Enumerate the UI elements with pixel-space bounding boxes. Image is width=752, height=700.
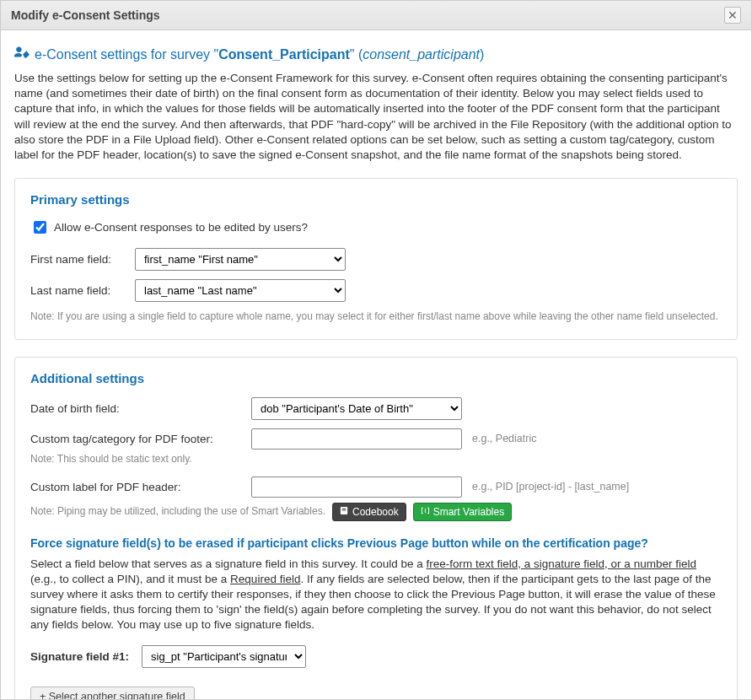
heading-close-paren: ) (480, 47, 484, 62)
force-sig-underline-b: Required field (230, 573, 300, 585)
codebook-label: Codebook (352, 506, 399, 518)
close-button[interactable]: ✕ (724, 7, 741, 24)
primary-settings-panel: Primary settings Allow e-Consent respons… (14, 178, 738, 340)
page-heading: e-Consent settings for survey "Consent_P… (14, 46, 738, 62)
force-sig-text-a: Select a field below that serves as a si… (30, 557, 427, 570)
last-name-select[interactable]: last_name "Last name" (135, 279, 346, 302)
add-signature-button[interactable]: + Select another signature field (30, 687, 195, 699)
allow-edit-row: Allow e-Consent responses to be edited b… (30, 218, 722, 236)
survey-name: Consent_Participant (218, 47, 350, 62)
heading-suffix: " ( (350, 47, 363, 62)
custom-tag-row: Custom tag/category for PDF footer: e.g.… (30, 428, 722, 450)
dob-row: Date of birth field: dob "Participant's … (30, 397, 722, 420)
codebook-button[interactable]: Codebook (332, 503, 406, 521)
primary-note: Note: If you are using a single field to… (30, 310, 722, 324)
force-signature-text: Select a field below that serves as a si… (30, 557, 722, 633)
first-name-select[interactable]: first_name "First name" (135, 248, 346, 271)
force-sig-text-b: (e.g., to collect a PIN), and it must be… (30, 573, 230, 585)
piping-note: Note: Piping may be utilized, including … (30, 505, 325, 519)
smart-variables-label: Smart Variables (433, 506, 504, 518)
last-name-row: Last name field: last_name "Last name" (30, 279, 722, 302)
signature-1-row: Signature field #1: sig_pt "Participant'… (30, 645, 722, 668)
survey-id: consent_participant (363, 47, 480, 62)
custom-tag-label: Custom tag/category for PDF footer: (30, 433, 241, 445)
primary-settings-title: Primary settings (30, 192, 722, 207)
allow-edit-label: Allow e-Consent responses to be edited b… (54, 221, 308, 234)
additional-settings-panel: Additional settings Date of birth field:… (14, 357, 738, 699)
modal-dialog: Modify e-Consent Settings ✕ e-Consent se… (0, 0, 752, 700)
custom-tag-note: Note: This should be static text only. (30, 453, 722, 466)
first-name-row: First name field: first_name "First name… (30, 248, 722, 271)
intro-text: Use the settings below for setting up th… (14, 71, 738, 163)
custom-header-input[interactable] (251, 477, 462, 498)
custom-header-row: Custom label for PDF header: e.g., PID [… (30, 477, 722, 498)
custom-tag-hint: e.g., Pediatric (472, 433, 536, 444)
modal-header: Modify e-Consent Settings ✕ (1, 1, 751, 30)
signature-1-select[interactable]: sig_pt "Participant's signature" (142, 645, 306, 668)
custom-header-hint: e.g., PID [project-id] - [last_name] (472, 481, 629, 493)
force-sig-underline-a: free-form text field, a signature field,… (427, 557, 696, 570)
last-name-label: Last name field: (30, 284, 125, 297)
custom-header-label: Custom label for PDF header: (30, 481, 241, 493)
modal-body[interactable]: e-Consent settings for survey "Consent_P… (1, 30, 751, 699)
allow-edit-checkbox[interactable] (34, 221, 46, 234)
modal-title: Modify e-Consent Settings (11, 8, 160, 22)
book-icon (340, 506, 349, 518)
smart-variables-button[interactable]: Smart Variables (413, 503, 512, 521)
custom-tag-input[interactable] (251, 428, 462, 450)
first-name-label: First name field: (30, 253, 125, 266)
brackets-icon (421, 506, 430, 518)
heading-prefix: e-Consent settings for survey " (35, 47, 218, 62)
dob-label: Date of birth field: (30, 402, 241, 415)
piping-row: Note: Piping may be utilized, including … (30, 503, 722, 521)
force-signature-heading: Force signature field(s) to be erased if… (30, 536, 722, 550)
close-icon: ✕ (728, 9, 738, 21)
additional-settings-title: Additional settings (30, 371, 722, 385)
user-edit-icon (14, 46, 30, 62)
add-signature-label: + Select another signature field (40, 691, 185, 699)
signature-1-label: Signature field #1: (30, 650, 132, 663)
dob-select[interactable]: dob "Participant's Date of Birth" (251, 397, 462, 420)
